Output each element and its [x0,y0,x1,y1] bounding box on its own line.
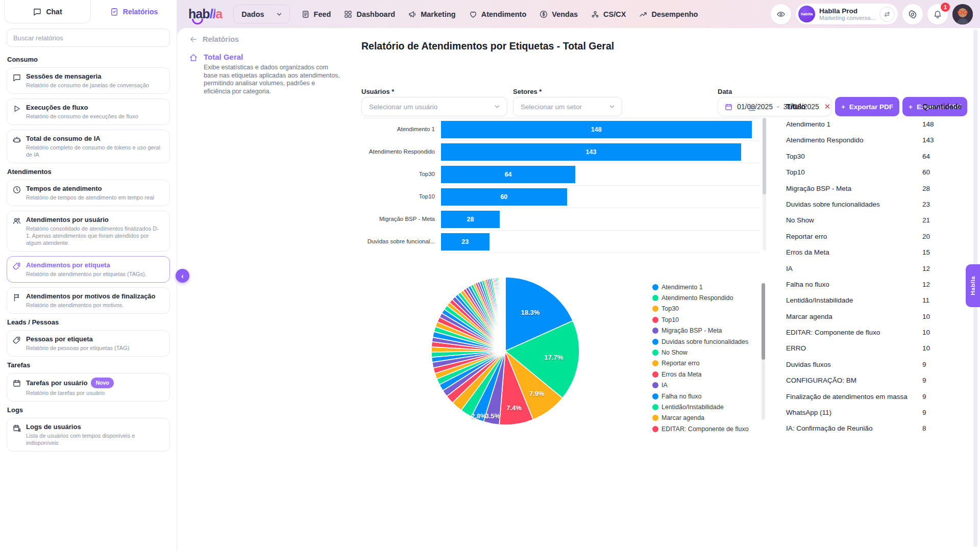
sidebar-item-total-de-consumo-de-ia[interactable]: Total de consumo de IA Relatório complet… [7,130,170,163]
hablla-logo[interactable]: hablla [188,7,222,21]
sidebar-item-atendimentos-por-etiqueta[interactable]: Atendimentos por etiqueta Relatório de a… [7,256,170,283]
nav-item-atendimento[interactable]: Atendimento [469,10,527,19]
hablla-side-tab[interactable]: Hablla [966,264,980,307]
user-avatar[interactable] [952,4,973,24]
tag-icon [12,336,21,352]
legend-item[interactable]: Marcar agenda [652,413,761,423]
legend-color-dot [652,284,658,290]
trend-icon [639,10,648,19]
chat-icon [12,73,21,89]
back-to-reports-link[interactable]: Relatórios [189,35,239,44]
switch-account-button[interactable] [879,7,895,22]
bell-icon [933,10,942,19]
legend-color-dot [652,317,658,323]
notifications-button[interactable]: 1 [927,4,948,24]
sidebar-item-tarefas-por-usu-rio[interactable]: Tarefas por usuárioNovo Relatório de tar… [7,373,170,402]
legend-color-dot [652,360,658,366]
legend-scrollbar[interactable] [762,283,765,420]
bar-row: Top10 60 [363,186,760,208]
legend-item[interactable]: Top30 [652,304,761,314]
sidebar-item-atendimentos-por-motivos-de-finaliza-o[interactable]: Atendimentos por motivos de finalização … [7,287,170,314]
bar-segment[interactable]: 60 [441,188,567,206]
home-icon [189,53,198,62]
table-row: CONFIGURAÇÃO: BM9 [782,373,980,389]
pie-slice[interactable] [505,277,505,351]
table-row: EDITAR: Componente de fluxo10 [782,325,980,341]
bar-segment[interactable]: 143 [441,143,741,161]
tab-relatorios-label: Relatórios [123,8,158,16]
bar-segment[interactable]: 148 [441,121,752,138]
legend-color-dot [652,393,658,399]
account-name: Hablla Prod [819,7,875,15]
legend-item[interactable]: Erros da Meta [652,369,761,380]
sidebar-item-tempos-de-atendimento[interactable]: Tempos de atendimento Relatório de tempo… [7,180,170,206]
section-heading: Atendimentos [7,168,169,176]
legend-item[interactable]: No Show [652,347,761,358]
bar-segment[interactable]: 23 [441,233,489,251]
table-row: IA12 [782,261,980,277]
legend-color-dot [652,306,658,312]
chart-menu-icon[interactable] [747,104,757,113]
logo-smile [192,19,203,24]
nav-item-vendas[interactable]: Vendas [539,10,578,19]
bar-chart: Atendimento 1 148Atendimento Respondido … [361,97,771,257]
preview-eye-button[interactable] [771,4,791,24]
sidebar-item-logs-de-usu-rios[interactable]: Logs de usuários Lista de usuários com t… [7,418,170,452]
legend-item[interactable]: Atendimento Respondido [652,292,761,303]
legend-item[interactable]: Atendimento 1 [652,282,761,292]
nav-item-desempenho[interactable]: Desempenho [639,10,698,19]
bar-segment[interactable]: 28 [441,211,500,228]
grid-icon [344,10,353,19]
table-row: Marcar agenda10 [782,309,980,325]
collapse-sidebar-button[interactable]: ‹ [176,269,189,283]
sidebar-item-sess-es-de-mensageria[interactable]: Sessões de mensageria Relatório de consu… [7,67,170,94]
table-row: Erros da Meta15 [782,245,980,261]
bar-row: No Show 21 [363,253,760,256]
pie-percent-label: 18.3% [521,309,540,316]
bar-segment[interactable]: 64 [441,166,575,183]
legend-color-dot [652,415,658,421]
section-heading: Logs [7,406,169,414]
reports-sidebar: Chat Relatórios Consumo Sessões de mensa… [0,0,177,551]
nav-item-dashboard[interactable]: Dashboard [344,10,395,19]
table-row: No Show21 [782,213,980,229]
page-title: Relatório de Atendimentos por Etiquetas … [361,40,614,52]
settings-button[interactable] [902,4,923,24]
bar-chart-scrollbar[interactable] [763,118,766,251]
usuarios-label: Usuários * [361,88,394,95]
sidebar-item-pessoas-por-etiqueta[interactable]: Pessoas por etiqueta Relatório de pessoa… [7,330,170,357]
clipboard-icon [110,7,119,16]
nav-item-cs-cx[interactable]: CS/CX [591,10,626,19]
sidebar-item-execu-es-de-fluxo[interactable]: Execuções de fluxo Relatório de consumo … [7,98,170,125]
account-subtitle: Marketing conversa... [819,15,875,21]
section-heading: Leads / Pessoas [7,318,169,326]
tab-relatorios[interactable]: Relatórios [91,0,177,23]
setores-label: Setores * [513,88,542,95]
legend-item[interactable]: Lentidão/Instabilidade [652,402,761,412]
workspace-select[interactable]: Dados [233,5,289,23]
legend-item[interactable]: Duvidas sobre funcionalidades [652,336,761,347]
legend-item[interactable]: Migração BSP - Meta [652,325,761,336]
org-icon [591,10,600,19]
play-icon [12,104,21,120]
sidebar-item-atendimentos-por-usu-rio[interactable]: Atendimentos por usuário Relatório conso… [7,211,170,252]
bar-row: Migração BSP - Meta 28 [363,208,760,231]
legend-item[interactable]: Top10 [652,314,761,325]
legend-item[interactable]: Reportar erro [652,358,761,369]
table-row: Top3064 [782,149,980,165]
pie-chart-svg[interactable]: 18.3%17.7%7.9%7.4%3.5%2.8% [430,276,581,427]
tab-chat[interactable]: Chat [4,0,91,23]
coin-icon [539,10,548,19]
legend-item[interactable]: EDITAR: Componente de fluxo [652,423,761,434]
account-switcher[interactable]: hablla Hablla Prod Marketing conversa... [796,4,898,24]
chevron-down-icon [276,11,283,18]
nav-item-feed[interactable]: Feed [301,10,331,19]
users-icon [12,216,21,246]
table-row: ERRO10 [782,341,980,357]
nav-item-marketing[interactable]: Marketing [408,10,456,19]
legend-color-dot [652,295,658,301]
table-row: Falha no fluxo12 [782,277,980,293]
legend-item[interactable]: IA [652,380,761,391]
legend-item[interactable]: Falha no fluxo [652,391,761,402]
search-reports-input[interactable] [7,29,170,47]
